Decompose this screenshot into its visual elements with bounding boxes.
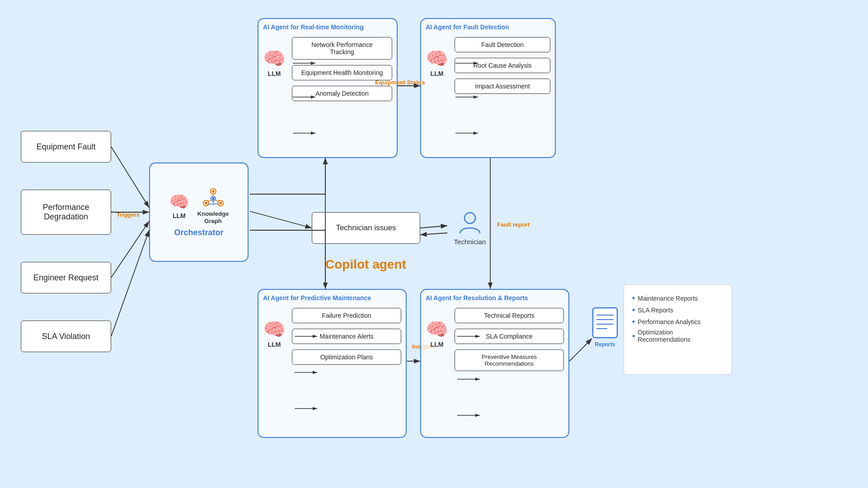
input-performance-degradation: Performance Degradation [21, 190, 111, 235]
agent-predictive: AI Agent for Predictive Maintenance 🧠 LL… [258, 289, 407, 438]
agent-resolution-inner: 🧠 LLM Technical Reports SLA Compliance P… [426, 305, 564, 374]
orchestrator-inner: 🧠 LLM [169, 187, 229, 224]
report-sla: SLA Reports [632, 305, 723, 315]
agent-resolution: AI Agent for Resolution & Reports 🧠 LLM … [420, 289, 569, 438]
agent-fault: AI Agent for Fault Detection 🧠 LLM Fault… [420, 18, 556, 158]
sub-impact-assessment: Impact Assessment [455, 79, 550, 94]
input-engineer-request: Engineer Request [21, 262, 111, 293]
knowledge-graph-area: KnowledgeGraph [197, 187, 229, 224]
svg-line-37 [569, 339, 592, 361]
sub-anomaly-detection: Anomaly Detection [292, 86, 392, 101]
svg-point-10 [205, 202, 207, 204]
report-maintenance: Maintenance Reports [632, 293, 723, 303]
svg-line-24 [111, 230, 149, 336]
sub-technical-reports: Technical Reports [455, 308, 564, 323]
predictive-subboxes: Failure Prediction Maintenance Alerts Op… [292, 305, 401, 367]
kg-icon [202, 187, 225, 210]
agent-resolution-title: AI Agent for Resolution & Reports [426, 294, 564, 302]
technician-label: Technician [454, 238, 486, 246]
sub-network-performance: Network Performance Tracking [292, 37, 392, 60]
doc-icon-svg [592, 307, 618, 339]
fault-llm: 🧠 LLM [426, 48, 448, 77]
brain-icon-fault: 🧠 [426, 48, 448, 69]
svg-point-12 [212, 197, 215, 200]
reports-items: Maintenance Reports SLA Reports Performa… [632, 293, 723, 343]
diagram: Equipment Fault Performance Degradation … [0, 0, 868, 488]
reports-doc-icon: Reports [592, 307, 618, 348]
predictive-llm: 🧠 LLM [263, 319, 286, 348]
svg-line-21 [111, 147, 149, 208]
orchestrator-box: 🧠 LLM [149, 163, 249, 262]
input-sla-violation: SLA Violation [21, 321, 111, 352]
orchestrator-label: Orchestrator [174, 228, 223, 237]
sub-equipment-health: Equipment Health Monitoring [292, 65, 392, 80]
reports-doc-label: Reports [592, 341, 618, 348]
svg-rect-14 [593, 308, 617, 338]
kg-label: KnowledgeGraph [197, 210, 229, 224]
fault-subboxes: Fault Detection Root Cause Analysis Impa… [455, 34, 550, 97]
realtime-subboxes: Network Performance Tracking Equipment H… [292, 34, 392, 104]
copilot-label: Copilot agent [325, 257, 406, 272]
technician-issues-box: Technician issues [312, 212, 420, 244]
brain-icon-predictive: 🧠 [263, 319, 286, 340]
sub-fault-detection: Fault Detection [455, 37, 550, 52]
sub-sla-compliance: SLA Compliance [455, 329, 564, 344]
agent-predictive-inner: 🧠 LLM Failure Prediction Maintenance Ale… [263, 305, 401, 367]
sub-root-cause: Root Cause Analysis [455, 58, 550, 73]
sub-preventive-measures: Preventive Measures Recommendations [455, 349, 564, 371]
brain-icon-orchestrator: 🧠 [169, 192, 189, 211]
agent-realtime-inner: 🧠 LLM Network Performance Tracking Equip… [263, 34, 392, 104]
resolution-subboxes: Technical Reports SLA Compliance Prevent… [455, 305, 564, 374]
agent-fault-title: AI Agent for Fault Detection [426, 23, 550, 31]
svg-line-30 [250, 211, 312, 228]
agent-predictive-title: AI Agent for Predictive Maintenance [263, 294, 401, 302]
orchestrator-llm: 🧠 LLM [169, 192, 189, 219]
agent-fault-inner: 🧠 LLM Fault Detection Root Cause Analysi… [426, 34, 550, 97]
agent-realtime: AI Agent for Real-time Monitoring 🧠 LLM … [258, 18, 398, 158]
brain-icon-realtime: 🧠 [263, 48, 286, 69]
report-performance: Performance Analytics [632, 317, 723, 326]
equipment-status-label: Equipment Status [375, 79, 425, 86]
reports-box: Maintenance Reports SLA Reports Performa… [624, 284, 732, 375]
svg-line-5 [208, 200, 211, 201]
report-optimization: Optimization Recommendations [632, 329, 723, 343]
sub-failure-prediction: Failure Prediction [292, 308, 401, 323]
svg-point-9 [212, 190, 215, 193]
brain-icon-resolution: 🧠 [426, 319, 448, 340]
svg-point-11 [219, 202, 222, 204]
svg-line-23 [111, 221, 149, 278]
input-equipment-fault: Equipment Fault [21, 131, 111, 163]
resolution-llm: 🧠 LLM [426, 319, 448, 348]
sub-maintenance-alerts: Maintenance Alerts [292, 329, 401, 344]
svg-line-6 [216, 200, 218, 201]
realtime-llm: 🧠 LLM [263, 48, 286, 77]
technician-box: Technician [443, 203, 497, 253]
technician-icon [457, 211, 483, 236]
agent-realtime-title: AI Agent for Real-time Monitoring [263, 23, 392, 31]
fault-report-label: Fault report [497, 221, 530, 228]
svg-point-13 [464, 213, 475, 223]
sub-optimization-plans: Optimization Plans [292, 349, 401, 365]
triggers-label: Triggers [117, 211, 140, 218]
